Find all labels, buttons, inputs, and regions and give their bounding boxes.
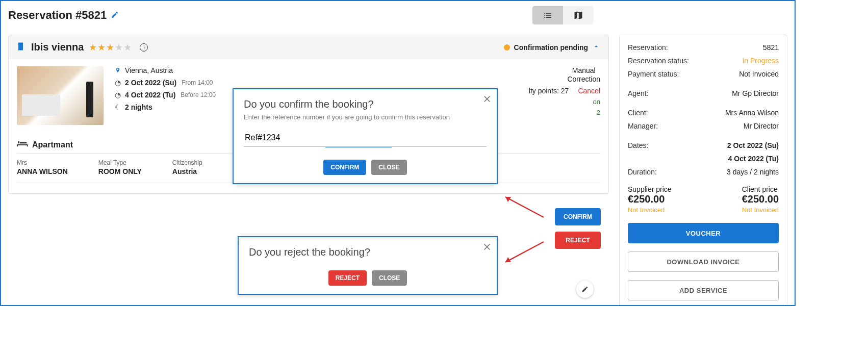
- guest-prefix: Mrs: [17, 159, 68, 166]
- duration-label: Duration:: [628, 168, 657, 176]
- sprice-status: Not Invoiced: [628, 206, 672, 214]
- download-invoice-button[interactable]: DOWNLOAD INVOICE: [628, 251, 779, 272]
- hotel-thumbnail: [17, 66, 104, 125]
- cprice-status: Not Invoiced: [742, 206, 779, 214]
- svg-marker-1: [505, 197, 511, 202]
- meal-value: ROOM ONLY: [98, 167, 142, 175]
- action-buttons: CONFIRM REJECT: [555, 208, 601, 249]
- hotel-location: Vienna, Austria: [125, 66, 173, 74]
- confirm-button[interactable]: CONFIRM: [555, 208, 601, 225]
- dates-value2: 4 Oct 2022 (Tu): [728, 155, 779, 163]
- client-value: Mrs Anna Wilson: [725, 109, 779, 117]
- modal-close-button[interactable]: CLOSE: [372, 270, 407, 286]
- dates-value1: 2 Oct 2022 (Su): [727, 141, 779, 149]
- star-rating: ★ ★ ★ ★ ★: [89, 42, 132, 53]
- rstatus-value: In Progress: [742, 57, 779, 65]
- svg-marker-3: [505, 257, 511, 262]
- svg-line-0: [505, 197, 544, 217]
- meal-label: Meal Type: [98, 159, 142, 166]
- checkout-date: 4 Oct 2022 (Tu): [125, 91, 175, 99]
- citizenship-col: Citizenship Austria: [172, 159, 202, 175]
- modal-confirm-button[interactable]: CONFIRM: [323, 160, 366, 175]
- voucher-button[interactable]: VOUCHER: [628, 223, 779, 243]
- edit-room-button[interactable]: [576, 281, 594, 298]
- agent-label: Agent:: [628, 89, 648, 97]
- confirm-modal-hint: Enter the reference number if you are go…: [244, 113, 487, 121]
- building-icon: [17, 42, 26, 53]
- reject-modal-title: Do you reject the booking?: [249, 246, 487, 258]
- checkout-sub: Before 12:00: [181, 91, 216, 98]
- page-title: Reservation #5821: [8, 9, 119, 22]
- guest-name-col: Mrs ANNA WILSON: [17, 159, 68, 175]
- cancel-link[interactable]: Cancel: [578, 87, 600, 95]
- clock-icon: ◔: [114, 91, 122, 99]
- duration-value: 3 days / 2 nights: [727, 168, 779, 176]
- pstatus-label: Payment status:: [628, 70, 679, 78]
- pin-icon: [114, 67, 122, 74]
- hotel-header: Ibis vienna ★ ★ ★ ★ ★ i Confirmation pen…: [9, 35, 608, 59]
- dates-label: Dates:: [628, 141, 648, 149]
- add-service-button[interactable]: ADD SERVICE: [628, 280, 779, 300]
- list-view-button[interactable]: [532, 6, 563, 24]
- citizenship-label: Citizenship: [172, 159, 202, 166]
- arrow-annotation: [498, 237, 549, 269]
- star-icon: ★: [123, 42, 132, 53]
- green-note-2: 2: [597, 109, 600, 117]
- modal-close-button[interactable]: CLOSE: [371, 160, 406, 175]
- reservation-summary: Reservation:5821 Reservation status:In P…: [619, 35, 787, 306]
- confirm-modal: Do you confirm the booking? Enter the re…: [233, 88, 498, 184]
- confirm-modal-title: Do you confirm the booking?: [244, 98, 487, 110]
- rstatus-label: Reservation status:: [628, 57, 689, 65]
- moon-icon: ☾: [114, 103, 122, 111]
- client-price: Client price €250.00 Not Invoiced: [742, 185, 779, 214]
- page-title-text: Reservation #5821: [8, 9, 107, 22]
- close-icon[interactable]: [482, 242, 492, 253]
- meal-type-col: Meal Type ROOM ONLY: [98, 159, 142, 175]
- hotel-meta: Vienna, Austria ◔ 2 Oct 2022 (Su) From 1…: [114, 66, 216, 125]
- nights: 2 nights: [125, 103, 152, 111]
- client-label: Client:: [628, 109, 648, 117]
- bed-icon: [17, 140, 28, 149]
- booking-status-text: Confirmation pending: [514, 43, 588, 52]
- manager-label: Manager:: [628, 122, 658, 130]
- sprice-label: Supplier price: [628, 185, 672, 193]
- agent-value: Mr Gp Director: [732, 89, 779, 97]
- reference-input[interactable]: [244, 130, 487, 147]
- chevron-up-icon[interactable]: [592, 42, 600, 52]
- checkin-sub: From 14:00: [182, 79, 213, 86]
- modal-reject-button[interactable]: REJECT: [328, 270, 367, 286]
- star-icon: ★: [89, 42, 97, 53]
- guest-name: ANNA WILSON: [17, 167, 68, 175]
- reject-button[interactable]: REJECT: [555, 232, 601, 249]
- clock-icon: ◔: [114, 79, 122, 87]
- edit-title-icon[interactable]: [111, 9, 119, 22]
- status-dot-icon: [504, 44, 510, 51]
- supplier-price: Supplier price €250.00 Not Invoiced: [628, 185, 672, 214]
- cprice-value: €250.00: [742, 193, 779, 205]
- svg-line-2: [505, 242, 544, 262]
- reservation-label: Reservation:: [628, 43, 668, 52]
- room-type: Apartmant: [32, 140, 73, 149]
- arrow-annotation: [498, 192, 549, 224]
- checkin-date: 2 Oct 2022 (Su): [125, 79, 176, 87]
- hotel-name: Ibis vienna: [31, 41, 84, 53]
- reject-modal: Do you reject the booking? REJECT CLOSE: [238, 236, 498, 295]
- star-icon: ★: [115, 42, 123, 53]
- loyalty-points: lty points: 27: [529, 87, 569, 95]
- reservation-value: 5821: [763, 43, 779, 52]
- star-icon: ★: [106, 42, 114, 53]
- map-view-button[interactable]: [563, 6, 594, 24]
- info-icon[interactable]: i: [140, 43, 148, 52]
- sprice-value: €250.00: [628, 193, 672, 205]
- close-icon[interactable]: [482, 94, 492, 105]
- star-icon: ★: [97, 42, 106, 53]
- view-toggle-group: [532, 6, 594, 24]
- citizenship-value: Austria: [172, 167, 202, 175]
- cprice-label: Client price: [742, 185, 779, 193]
- manager-value: Mr Director: [744, 122, 779, 130]
- manual-correction-link[interactable]: Manual Correction: [567, 66, 600, 84]
- booking-status: Confirmation pending: [504, 42, 600, 52]
- booking-right-block: Manual Correction lty points: 27 Cancel …: [514, 66, 600, 125]
- pstatus-value: Not Invoiced: [739, 70, 779, 78]
- green-note-1: on: [593, 98, 600, 106]
